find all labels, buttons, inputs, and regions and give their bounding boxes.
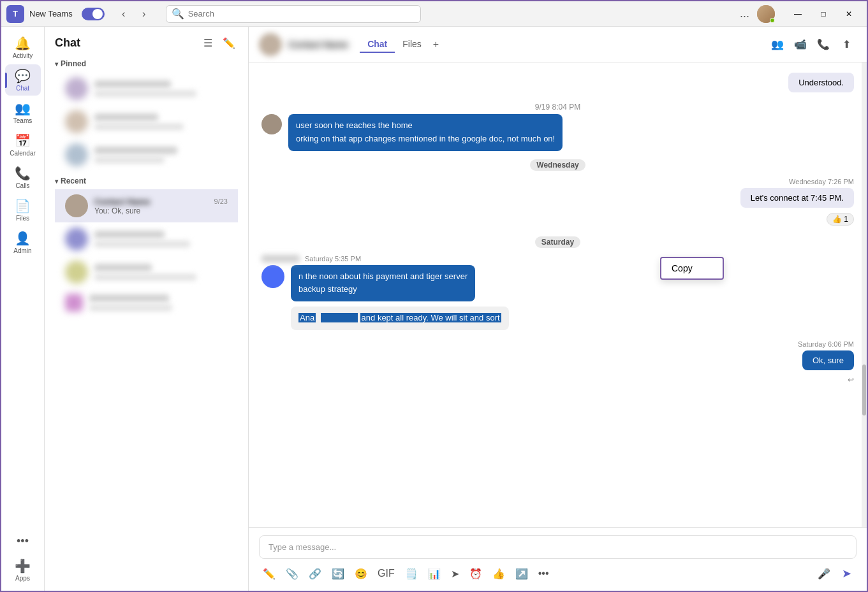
video-call-button[interactable]: 📹 — [790, 34, 811, 55]
sat-sent-time: Saturday 6:06 PM — [798, 340, 854, 348]
new-chat-button[interactable]: ✏️ — [220, 34, 238, 52]
scrollbar-track[interactable] — [862, 62, 867, 527]
scrollbar-thumb[interactable] — [862, 365, 866, 415]
ana-msg-text: and kept all ready. We will sit and sort — [360, 313, 501, 322]
sidebar-item-apps[interactable]: ➕ Apps — [5, 554, 41, 586]
app-name: New Teams — [29, 9, 73, 18]
voice-call-button[interactable]: 📞 — [813, 34, 834, 55]
sticker-button[interactable]: 🗒️ — [401, 565, 422, 582]
avatar — [757, 5, 775, 23]
recent-label: Recent — [61, 177, 86, 185]
list-item[interactable]: Contact Name 9/23 You: Ok, sure — [55, 189, 238, 222]
chat-header-actions: 👥 📹 📞 ⬆ — [767, 34, 857, 55]
window-controls: — □ ✕ — [785, 5, 862, 23]
reaction-badge[interactable]: 👍 1 — [827, 213, 854, 226]
participants-button[interactable]: 👥 — [767, 34, 788, 55]
sidebar-item-admin[interactable]: 👤 Admin — [5, 227, 41, 258]
share-screen-button[interactable]: ⬆ — [836, 34, 857, 55]
paperclip-button[interactable]: 🔗 — [305, 565, 325, 582]
attach-button[interactable]: 📎 — [282, 565, 302, 582]
minimize-button[interactable]: — — [785, 5, 811, 23]
sat-message-row: n the noon about his payment and tiger s… — [261, 265, 854, 302]
forward-button[interactable]: › — [135, 5, 153, 23]
reaction-button[interactable]: 👍 — [489, 565, 509, 582]
gif-button[interactable]: GIF — [374, 565, 399, 582]
message-input-box[interactable]: Type a message... — [259, 535, 857, 559]
pinned-caret-icon: ▾ — [55, 61, 58, 68]
message-status-icon: ↩ — [261, 375, 854, 384]
sidebar-item-teams[interactable]: 👥 Teams — [5, 97, 41, 128]
blurred-name — [94, 264, 152, 271]
list-item[interactable] — [55, 222, 238, 256]
format-button[interactable]: ✏️ — [259, 565, 279, 582]
sidebar-item-calendar[interactable]: 📅 Calendar — [5, 129, 41, 161]
understood-row: Understood. — [261, 73, 854, 92]
list-item[interactable] — [55, 72, 238, 105]
files-label: Files — [16, 215, 29, 222]
message-row: user soon he reaches the home orking on … — [261, 114, 854, 151]
blurred-preview — [94, 274, 196, 280]
list-item[interactable] — [55, 105, 238, 138]
sent-time-label: Wednesday 7:26 PM — [789, 178, 854, 185]
avatar — [65, 110, 88, 133]
back-button[interactable]: ‹ — [115, 5, 133, 23]
toggle-circle — [92, 9, 103, 19]
maximize-button[interactable]: □ — [811, 5, 836, 23]
message-bubble-container: user soon he reaches the home orking on … — [288, 114, 563, 151]
sidebar-item-activity[interactable]: 🔔 Activity — [5, 32, 41, 63]
list-item[interactable] — [55, 256, 238, 289]
blurred-preview — [94, 90, 196, 97]
tab-files[interactable]: Files — [395, 36, 429, 53]
loop-button[interactable]: 🔄 — [328, 565, 348, 582]
search-bar[interactable]: 🔍 — [166, 5, 421, 23]
recent-header[interactable]: ▾ Recent — [55, 177, 238, 185]
sat-sender-name — [261, 255, 300, 263]
avatar — [65, 143, 88, 166]
copy-context-menu[interactable]: Copy — [660, 257, 724, 280]
ana-message-container: Ana and kept all ready. We will sit and … — [291, 307, 509, 330]
share-button[interactable]: ↗️ — [511, 565, 532, 582]
sidebar-item-calls[interactable]: 📞 Calls — [5, 162, 41, 193]
chat-label: Chat — [16, 85, 29, 92]
list-item[interactable] — [55, 289, 238, 317]
emoji-button[interactable]: 😊 — [351, 565, 371, 582]
more-toolbar-button[interactable]: ••• — [534, 565, 553, 582]
filter-button[interactable]: ☰ — [201, 34, 215, 52]
delivered-icon: ↩ — [848, 375, 854, 384]
send-arrow-button[interactable]: ➤ — [447, 565, 463, 582]
search-input[interactable] — [188, 9, 415, 18]
tab-chat[interactable]: Chat — [360, 36, 395, 53]
poll-button[interactable]: 📊 — [424, 565, 445, 582]
logo-letter: T — [13, 9, 18, 18]
more-options-button[interactable]: ... — [737, 4, 752, 23]
sat-message-container: n the noon about his payment and tiger s… — [291, 265, 475, 302]
chat-list-title: Chat — [55, 36, 80, 50]
new-teams-toggle[interactable] — [82, 8, 105, 20]
message-bubble: user soon he reaches the home orking on … — [288, 114, 563, 151]
list-item[interactable] — [55, 138, 238, 171]
sidebar-item-files[interactable]: 📄 Files — [5, 194, 41, 226]
send-button[interactable]: ➤ — [837, 564, 857, 583]
files-icon: 📄 — [15, 198, 31, 213]
pinned-header[interactable]: ▾ Pinned — [55, 59, 238, 68]
activity-label: Activity — [13, 52, 33, 59]
app-logo: T — [6, 5, 24, 23]
blurred-name — [94, 231, 165, 238]
avatar — [65, 77, 88, 100]
blurred-preview — [89, 305, 172, 311]
messages-area[interactable]: Understood. 9/19 8:04 PM user soon he re… — [249, 62, 867, 527]
sidebar-item-chat[interactable]: 💬 Chat — [5, 64, 41, 96]
chat-list-header: Chat ☰ ✏️ — [45, 27, 248, 57]
message-text-3: on! — [543, 134, 555, 143]
schedule-button[interactable]: ⏰ — [466, 565, 486, 582]
audio-button[interactable]: 🎤 — [814, 565, 834, 582]
recent-section: ▾ Recent Contact Name 9/23 You: Ok, sure — [45, 174, 248, 319]
close-button[interactable]: ✕ — [836, 5, 862, 23]
blurred-preview — [94, 241, 190, 247]
pinned-label: Pinned — [61, 59, 86, 68]
more-apps-button[interactable]: ••• — [11, 530, 34, 553]
add-tab-button[interactable]: + — [429, 36, 443, 53]
ana-name-highlight: Ana — [298, 313, 316, 322]
chat-main: Contact Name Chat Files + 👥 📹 📞 ⬆ Unders… — [249, 27, 867, 591]
admin-label: Admin — [13, 247, 31, 254]
